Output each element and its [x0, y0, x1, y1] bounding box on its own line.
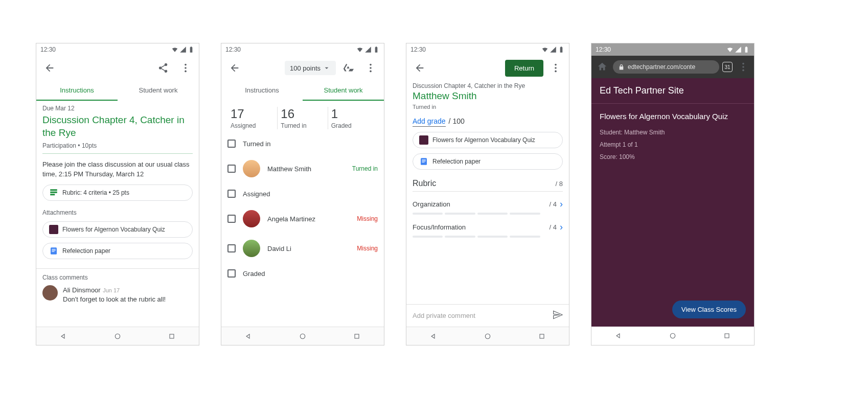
points-dropdown[interactable]: 100 points — [285, 61, 336, 75]
svg-point-0 — [185, 64, 187, 66]
wifi-icon — [541, 46, 549, 53]
svg-point-9 — [370, 64, 372, 66]
nav-recents-icon[interactable] — [353, 332, 361, 340]
grade-input[interactable]: Add grade — [413, 117, 446, 127]
nav-recents-icon[interactable] — [168, 332, 176, 340]
quiz-title: Flowers for Algernon Vocabulary Quiz — [600, 112, 746, 121]
rubric-header[interactable]: Rubric / 8 — [413, 179, 563, 192]
attachment-label: Flowers for Algernon Vocabulary Quiz — [62, 226, 165, 233]
back-button[interactable] — [39, 58, 60, 78]
rubric-chip[interactable]: Rubric: 4 criteria • 25 pts — [42, 185, 193, 201]
chevron-right-icon: › — [560, 222, 563, 233]
rubric-total: / 8 — [556, 180, 563, 188]
svg-rect-17 — [421, 158, 427, 165]
tab-student-work[interactable]: Student work — [303, 80, 384, 101]
more-button[interactable] — [545, 58, 566, 78]
svg-rect-19 — [422, 161, 426, 162]
nav-home-icon[interactable] — [113, 332, 122, 340]
status-time: 12:30 — [225, 46, 241, 53]
drive-button[interactable] — [338, 58, 358, 78]
back-button[interactable] — [224, 58, 245, 78]
avatar — [42, 285, 58, 301]
checkbox[interactable] — [227, 269, 236, 278]
share-button[interactable] — [153, 58, 173, 78]
checkbox[interactable] — [227, 165, 236, 173]
more-button[interactable] — [175, 58, 196, 78]
content: 17 Assigned 16 Turned in 1 Graded Turned… — [221, 101, 384, 327]
wifi-icon — [171, 46, 178, 53]
student-name: David Li — [267, 245, 350, 252]
attachment-quiz[interactable]: Flowers for Algernon Vocabulary Quiz — [413, 132, 563, 148]
checkbox[interactable] — [227, 215, 236, 223]
attempt-line: Attempt 1 of 1 — [600, 141, 746, 148]
nav-home-icon[interactable] — [669, 332, 677, 340]
nav-home-icon[interactable] — [299, 332, 307, 340]
nav-back-icon[interactable] — [59, 332, 67, 340]
svg-point-16 — [555, 71, 557, 73]
partner-site-header: Ed Tech Partner Site — [591, 78, 754, 104]
stat-label: Turned in — [281, 122, 324, 129]
score-line: Score: 100% — [600, 153, 746, 160]
attachment-doc[interactable]: Refelection paper — [413, 153, 563, 170]
avatar — [243, 240, 260, 257]
assignment-context: Discussion Chapter 4, Catcher in the Rye — [413, 82, 563, 89]
student-row[interactable]: David Li Missing — [227, 234, 378, 263]
stat-turned-in[interactable]: 16 Turned in — [278, 107, 328, 129]
send-button[interactable] — [553, 310, 563, 321]
student-name: Angela Martinez — [267, 215, 350, 223]
comment-text: Don't forget to look at the rubric all! — [63, 295, 166, 303]
more-vert-icon — [180, 62, 191, 74]
rubric-icon — [49, 188, 58, 197]
more-button[interactable] — [360, 58, 381, 78]
tabs: Instructions Student work — [36, 80, 199, 101]
status-time: 12:30 — [410, 46, 426, 53]
comment-item[interactable]: Ali Dinsmoor Jun 17 Don't forget to look… — [42, 285, 193, 303]
student-row[interactable]: Matthew Smith Turned in — [227, 154, 378, 183]
wifi-icon — [726, 46, 734, 53]
checkbox[interactable] — [227, 244, 236, 252]
attachment-label: Refelection paper — [432, 158, 481, 165]
battery-icon — [373, 46, 380, 53]
nav-recents-icon[interactable] — [723, 332, 731, 340]
nav-recents-icon[interactable] — [538, 332, 546, 340]
nav-home-icon[interactable] — [484, 332, 492, 340]
view-class-scores-button[interactable]: View Class Scores — [672, 301, 746, 318]
tab-student-work[interactable]: Student work — [118, 80, 199, 101]
rubric-criterion[interactable]: Organization / 4 › — [413, 199, 563, 215]
nav-back-icon[interactable] — [244, 332, 253, 340]
group-graded[interactable]: Graded — [227, 263, 378, 284]
due-date: Due Mar 12 — [42, 105, 193, 112]
private-comment-input[interactable]: Add private comment — [406, 304, 569, 327]
tabs-count[interactable]: 31 — [722, 62, 733, 72]
content: Discussion Chapter 4, Catcher in the Rye… — [406, 80, 569, 327]
stats-row: 17 Assigned 16 Turned in 1 Graded — [227, 101, 378, 133]
drive-icon — [342, 62, 354, 74]
phone-grading: 12:30 Return Discussion Chapter 4, Catch… — [406, 43, 569, 345]
status-icons — [356, 46, 380, 53]
group-turned-in[interactable]: Turned in — [227, 133, 378, 154]
stat-assigned[interactable]: 17 Assigned — [227, 107, 278, 129]
url-box[interactable]: edtechpartner.com/conte — [613, 60, 719, 74]
checkbox[interactable] — [227, 190, 236, 198]
attachment-quiz[interactable]: Flowers for Algernon Vocabulary Quiz — [42, 221, 193, 238]
student-row[interactable]: Angela Martinez Missing — [227, 204, 378, 234]
browser-home-button[interactable] — [595, 59, 610, 75]
nav-back-icon[interactable] — [614, 332, 623, 340]
browser-more-button[interactable] — [736, 59, 751, 75]
group-assigned[interactable]: Assigned — [227, 183, 378, 204]
criterion-name: Focus/Information — [413, 223, 466, 231]
checkbox[interactable] — [227, 140, 236, 148]
assignment-body: Please join the class discussion at our … — [42, 160, 193, 179]
status-bar: 12:30 — [591, 43, 754, 56]
nav-back-icon[interactable] — [429, 332, 438, 340]
stat-graded[interactable]: 1 Graded — [328, 107, 378, 129]
arrow-back-icon — [414, 62, 425, 74]
tab-instructions[interactable]: Instructions — [221, 80, 303, 101]
group-label: Turned in — [243, 140, 378, 148]
rubric-criterion[interactable]: Focus/Information / 4 › — [413, 222, 563, 238]
tab-instructions[interactable]: Instructions — [36, 80, 118, 101]
attachment-doc[interactable]: Refelection paper — [42, 243, 193, 259]
app-bar: Return — [406, 56, 569, 80]
back-button[interactable] — [409, 58, 430, 78]
return-button[interactable]: Return — [505, 60, 543, 77]
